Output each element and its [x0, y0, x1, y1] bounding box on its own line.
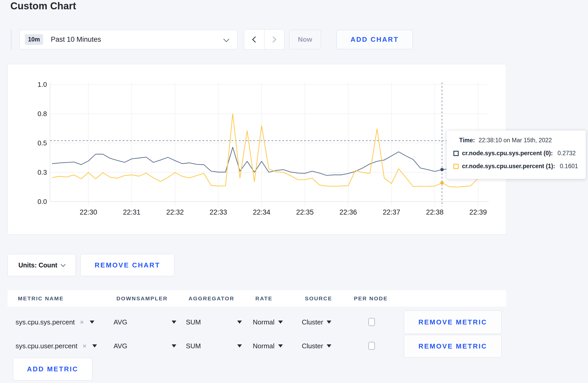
svg-text:0.8: 0.8	[38, 110, 47, 118]
caret-down-icon	[92, 344, 97, 347]
add-chart-button[interactable]: ADD CHART	[337, 30, 413, 49]
aggregator-select[interactable]: SUM	[186, 337, 242, 355]
svg-text:22:33: 22:33	[209, 208, 227, 216]
chevron-down-icon	[223, 36, 229, 42]
aggregator-value: SUM	[186, 342, 201, 350]
tooltip-series-row: cr.node.sys.cpu.sys.percent (0): 0.2732	[453, 150, 576, 157]
col-rate: RATE	[255, 290, 272, 307]
tooltip-series-value: 0.1601	[560, 163, 578, 170]
svg-text:22:31: 22:31	[123, 208, 141, 216]
tooltip-series-value: 0.2732	[557, 150, 576, 157]
units-select[interactable]: Units: Count	[8, 254, 76, 276]
svg-text:22:39: 22:39	[469, 208, 487, 216]
downsampler-value: AVG	[114, 318, 127, 326]
clear-metric-icon[interactable]: ×	[82, 342, 86, 350]
col-per-node: PER NODE	[354, 290, 388, 307]
metric-name-select[interactable]: sys.cpu.user.percent ×	[16, 337, 97, 355]
remove-chart-button[interactable]: REMOVE CHART	[80, 254, 174, 276]
custom-chart-page: Custom Chart 10m Past 10 Minutes Now ADD…	[0, 0, 588, 383]
time-range-label: Past 10 Minutes	[51, 36, 101, 44]
chevron-right-icon	[270, 36, 276, 42]
caret-down-icon	[278, 344, 283, 347]
remove-metric-button[interactable]: REMOVE METRIC	[404, 335, 502, 358]
svg-text:22:35: 22:35	[296, 208, 314, 216]
caret-down-icon	[237, 321, 242, 324]
clear-metric-icon[interactable]: ×	[80, 318, 84, 326]
rate-select[interactable]: Normal	[253, 337, 283, 355]
tooltip-time-row: Time:22:38:10 on Mar 15th, 2022	[459, 137, 552, 144]
svg-text:0.3: 0.3	[38, 168, 47, 176]
chart-tooltip: Time:22:38:10 on Mar 15th, 2022 cr.node.…	[446, 130, 586, 179]
series-swatch-user-icon	[453, 164, 459, 169]
caret-down-icon	[172, 344, 176, 347]
remove-metric-button[interactable]: REMOVE METRIC	[404, 310, 502, 334]
svg-text:0.0: 0.0	[38, 198, 47, 205]
metric-name: sys.cpu.sys.percent	[16, 318, 75, 326]
chart-card: 22:3022:3122:3222:3322:3422:3522:3622:37…	[8, 64, 506, 235]
per-node-checkbox[interactable]	[368, 342, 375, 350]
svg-text:0.5: 0.5	[38, 139, 47, 147]
source-value: Cluster	[302, 342, 323, 350]
downsampler-value: AVG	[114, 342, 127, 350]
tooltip-series-label: cr.node.sys.cpu.sys.percent (0):	[462, 150, 553, 157]
toolbar-divider	[11, 29, 11, 50]
next-interval-button[interactable]	[264, 30, 284, 49]
page-title: Custom Chart	[10, 1, 76, 12]
col-metric-name: METRIC NAME	[18, 290, 64, 307]
metrics-table-header: METRIC NAME DOWNSAMPLER AGGREGATOR RATE …	[8, 290, 506, 307]
svg-text:22:34: 22:34	[253, 208, 270, 216]
rate-value: Normal	[253, 342, 275, 350]
svg-text:22:30: 22:30	[80, 208, 97, 216]
time-range-badge: 10m	[25, 34, 43, 45]
col-aggregator: AGGREGATOR	[188, 290, 234, 307]
caret-down-icon	[278, 321, 283, 324]
caret-down-icon	[172, 321, 176, 324]
svg-text:22:32: 22:32	[166, 208, 184, 216]
add-metric-button[interactable]: ADD METRIC	[13, 358, 92, 380]
tooltip-series-row: cr.node.sys.cpu.user.percent (1): 0.1601	[453, 163, 578, 170]
time-nav-group	[244, 29, 284, 49]
tooltip-series-label: cr.node.sys.cpu.user.percent (1):	[462, 163, 555, 170]
caret-down-icon	[237, 344, 242, 347]
rate-select[interactable]: Normal	[253, 313, 283, 331]
caret-down-icon	[90, 321, 94, 324]
metric-row: sys.cpu.user.percent × AVG SUM Normal Cl…	[8, 337, 506, 355]
tooltip-time-label: Time:	[459, 137, 475, 144]
col-source: SOURCE	[305, 290, 332, 307]
rate-value: Normal	[253, 318, 275, 326]
per-node-checkbox[interactable]	[368, 318, 375, 326]
svg-text:22:38: 22:38	[426, 208, 444, 216]
time-range-picker[interactable]: 10m Past 10 Minutes	[19, 30, 237, 49]
source-value: Cluster	[302, 318, 323, 326]
aggregator-value: SUM	[186, 318, 201, 326]
caret-down-icon	[327, 321, 331, 324]
metric-row: sys.cpu.sys.percent × AVG SUM Normal Clu…	[8, 313, 506, 331]
source-select[interactable]: Cluster	[302, 337, 331, 355]
col-downsampler: DOWNSAMPLER	[116, 290, 168, 307]
chart-svg[interactable]: 22:3022:3122:3222:3322:3422:3522:3622:37…	[8, 64, 507, 235]
aggregator-select[interactable]: SUM	[186, 313, 242, 331]
metric-name: sys.cpu.user.percent	[16, 342, 77, 350]
svg-text:22:36: 22:36	[339, 208, 357, 216]
tooltip-time-value: 22:38:10 on Mar 15th, 2022	[479, 137, 552, 144]
chevron-down-icon	[61, 262, 65, 267]
chevron-left-icon	[252, 36, 258, 42]
svg-text:22:37: 22:37	[383, 208, 400, 216]
metric-name-select[interactable]: sys.cpu.sys.percent ×	[16, 313, 94, 331]
now-button[interactable]: Now	[289, 30, 321, 49]
source-select[interactable]: Cluster	[302, 313, 331, 331]
prev-interval-button[interactable]	[244, 30, 264, 49]
svg-text:1.0: 1.0	[38, 81, 47, 88]
downsampler-select[interactable]: AVG	[114, 313, 176, 331]
series-swatch-sys-icon	[453, 151, 459, 156]
downsampler-select[interactable]: AVG	[114, 337, 176, 355]
caret-down-icon	[327, 344, 331, 347]
units-label: Units: Count	[18, 261, 57, 269]
